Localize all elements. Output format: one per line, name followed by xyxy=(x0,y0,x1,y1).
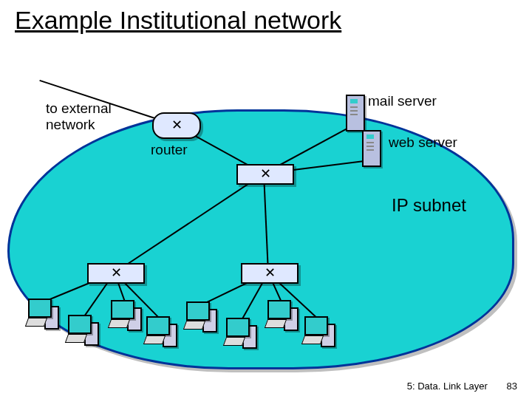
slide-footer: 5: Data. Link Layer 83 xyxy=(407,381,517,392)
switch-core-icon xyxy=(236,164,294,185)
switch-left-icon xyxy=(87,263,145,284)
footer-chapter: 5: Data. Link Layer xyxy=(407,381,488,392)
workstation-icon xyxy=(68,315,99,346)
workstation-icon xyxy=(267,300,299,331)
workstation-icon xyxy=(186,301,217,332)
mail-server-icon xyxy=(346,95,365,132)
label-web-server: web server xyxy=(389,134,457,151)
workstation-icon xyxy=(111,300,142,331)
footer-page: 83 xyxy=(507,381,517,392)
router-icon xyxy=(152,112,201,139)
slide-title: Example Institutional network xyxy=(15,6,341,35)
workstation-icon xyxy=(28,299,59,330)
switch-right-icon xyxy=(241,263,299,284)
web-server-icon xyxy=(362,130,381,167)
label-router: router xyxy=(151,142,188,158)
label-mail-server: mail server xyxy=(368,93,437,109)
workstation-icon xyxy=(226,318,257,349)
workstation-icon xyxy=(146,316,177,347)
label-to-external: to external network xyxy=(46,100,112,133)
workstation-icon xyxy=(304,316,335,347)
label-ip-subnet: IP subnet xyxy=(392,195,466,216)
